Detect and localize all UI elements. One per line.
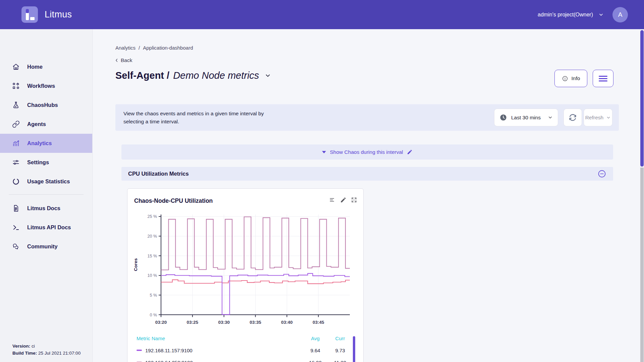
svg-text:Cores: Cores [133,258,138,271]
home-icon [12,63,20,71]
refresh-interval-dropdown[interactable]: Refresh [584,109,612,126]
svg-text:03:25: 03:25 [187,320,199,325]
chart-title: Chaos-Node-CPU Utilization [134,197,213,204]
sidebar-divider [9,194,84,195]
chart-data-source-icon[interactable] [329,197,336,203]
sidebar-item-litmus-api-docs[interactable]: Litmus API Docs [0,218,92,237]
sidebar-item-label: Settings [27,159,49,166]
pencil-icon[interactable] [407,149,413,155]
series-swatch [137,350,142,351]
sidebar-item-analytics[interactable]: Analytics [0,134,92,153]
link-icon [12,120,20,128]
dashboard-name: Demo Node metrics [173,70,259,81]
sidebar-item-community[interactable]: Community [0,237,92,256]
sliders-icon [12,159,20,166]
svg-text:03:20: 03:20 [155,320,167,325]
sidebar-item-agents[interactable]: Agents [0,115,92,134]
dashboard-agent-name: Self-Agent / [115,70,169,81]
chart-legend: Metric Name Avg Curr 192.168.11.157:9100… [137,332,353,362]
legend-scrollbar[interactable] [353,336,355,362]
collapse-section-button[interactable] [597,169,606,178]
chart-edit-icon[interactable] [340,197,346,203]
sidebar-item-label: ChaosHubs [27,102,58,108]
breadcrumb: Analytics / Application-dashboard [115,45,193,51]
sidebar-item-workflows[interactable]: Workflows [0,76,92,96]
chevron-down-icon [548,115,553,120]
chart-card: Chaos-Node-CPU Utilization 0 %5 %10 %15 … [127,188,364,362]
svg-text:03:30: 03:30 [218,320,230,325]
breadcrumb-analytics[interactable]: Analytics [115,45,136,51]
project-switcher[interactable]: admin's project(Owner) [538,12,604,18]
analytics-icon [12,139,20,147]
terminal-icon [12,224,20,231]
sidebar-item-litmus-docs[interactable]: Litmus Docs [0,199,92,218]
sidebar-item-chaoshubs[interactable]: ChaosHubs [0,96,92,115]
flask-icon [12,101,20,109]
avatar[interactable]: A [612,7,628,22]
sidebar-item-settings[interactable]: Settings [0,153,92,172]
chat-bubbles-icon [12,243,20,250]
info-icon [562,75,568,82]
project-label: admin's project(Owner) [538,12,593,18]
chart-expand-icon[interactable] [351,197,357,203]
top-bar: Litmus admin's project(Owner) A [0,0,644,29]
clock-icon [499,114,507,121]
svg-text:03:45: 03:45 [313,320,324,325]
triangle-down-icon [322,151,326,154]
sidebar-item-label: Usage Statistics [27,178,70,185]
svg-text:10 %: 10 % [148,273,157,278]
legend-row[interactable]: 192.168.64.250:9100 16.00 11.82 [137,356,353,362]
workflows-icon [12,82,20,90]
banner-description: View the chaos events and metrics in a g… [123,110,264,126]
chevron-down-icon [606,115,611,120]
time-range-value: Last 30 mins [511,115,544,121]
show-chaos-toggle[interactable]: Show Chaos during this interval [121,144,613,160]
sidebar-item-label: Community [27,243,58,250]
refresh-now-button[interactable] [564,109,582,126]
legend-header-metric: Metric Name [137,336,303,341]
sidebar-item-label: Workflows [27,83,55,89]
sidebar: Home Workflows ChaosHubs Agents Analytic… [0,29,93,362]
svg-text:03:35: 03:35 [250,320,261,325]
sidebar-item-usage-statistics[interactable]: Usage Statistics [0,172,92,191]
cpu-utilization-chart: 0 %5 %10 %15 %20 %25 %03:2003:2503:3003:… [130,210,357,327]
time-interval-banner: View the chaos events and metrics in a g… [115,104,619,131]
sidebar-item-label: Analytics [27,140,52,146]
svg-text:15 %: 15 % [148,254,157,258]
document-icon [12,204,20,212]
dashboard-options-button[interactable] [593,70,613,87]
page-scrollbar-thumb[interactable] [640,30,644,167]
sidebar-item-home[interactable]: Home [0,57,92,76]
legend-header-avg: Avg [303,336,328,341]
svg-text:5 %: 5 % [150,293,157,298]
version-info: Version: ci Build Time: 25 Jul 2021 21:0… [12,343,80,357]
breadcrumb-application-dashboard[interactable]: Application-dashboard [143,45,193,51]
svg-text:03:40: 03:40 [281,320,293,325]
legend-header: Metric Name Avg Curr [137,332,353,344]
usage-circle-icon [12,178,20,185]
brand-title: Litmus [45,9,72,20]
dashboard-switch-chevron-icon[interactable] [264,72,271,79]
sidebar-item-label: Litmus API Docs [27,224,71,231]
main-content: Analytics / Application-dashboard Back S… [93,29,644,362]
sidebar-item-label: Litmus Docs [27,205,60,212]
hamburger-icon [599,76,607,77]
cpu-utilization-section-header: CPU Utilization Metrics [121,167,613,181]
time-range-dropdown[interactable]: Last 30 mins [494,109,558,126]
litmus-logo-icon [21,6,38,23]
info-button[interactable]: Info [554,70,587,87]
sidebar-item-label: Agents [27,121,46,127]
legend-header-curr: Curr [328,336,353,341]
litmus-app: Litmus admin's project(Owner) A Home Wor… [0,0,644,362]
legend-row[interactable]: 192.168.11.157:9100 9.64 9.73 [137,344,353,356]
page-scrollbar [640,29,644,362]
breadcrumb-separator: / [139,45,140,51]
sidebar-item-label: Home [27,64,43,70]
page-title: Self-Agent / Demo Node metrics [115,70,271,81]
section-title: CPU Utilization Metrics [128,171,597,177]
chevron-left-icon [114,58,119,63]
refresh-icon [569,113,577,122]
back-button[interactable]: Back [114,57,132,63]
svg-text:25 %: 25 % [148,214,157,219]
svg-text:0 %: 0 % [150,313,157,317]
